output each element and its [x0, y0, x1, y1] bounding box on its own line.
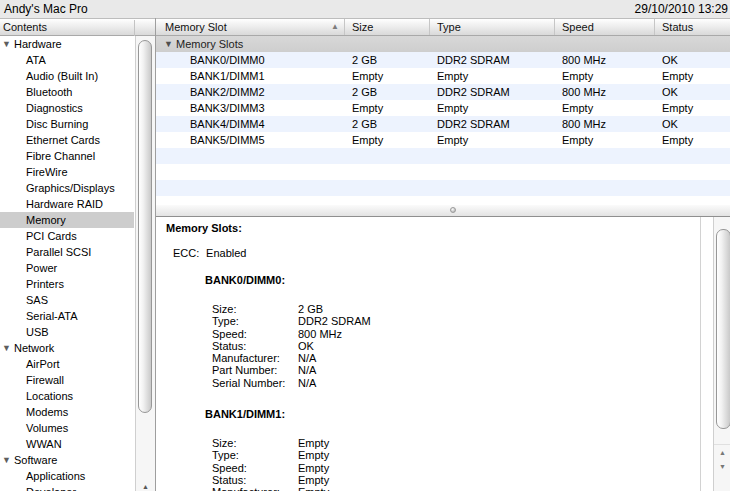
detail-field-label: Type:	[212, 315, 298, 327]
sidebar-item-locations[interactable]: Locations	[0, 388, 134, 404]
table-cell: Empty	[655, 68, 730, 84]
sidebar-item-fibre-channel[interactable]: Fibre Channel	[0, 148, 134, 164]
sidebar-item-applications[interactable]: Applications	[0, 468, 134, 484]
sidebar-item-graphics-displays[interactable]: Graphics/Displays	[0, 180, 134, 196]
column-header-label: Speed	[562, 19, 594, 35]
column-header-size[interactable]: Size	[345, 19, 430, 35]
sidebar-section-hardware[interactable]: ▼Hardware	[0, 36, 134, 52]
contents-sidebar: Contents ▼HardwareATAAudio (Built In)Blu…	[0, 18, 155, 491]
column-header-type[interactable]: Type	[430, 19, 555, 35]
sidebar-item-label: Volumes	[0, 420, 134, 436]
sidebar-item-hardware-raid[interactable]: Hardware RAID	[0, 196, 134, 212]
table-cell-empty	[655, 148, 730, 164]
table-row-bank0-dimm0[interactable]: BANK0/DIMM02 GBDDR2 SDRAM800 MHzOK	[156, 52, 730, 68]
table-row-bank4-dimm4[interactable]: BANK4/DIMM42 GBDDR2 SDRAM800 MHzOK	[156, 116, 730, 132]
sidebar-item-printers[interactable]: Printers	[0, 276, 134, 292]
sidebar-item-power[interactable]: Power	[0, 260, 134, 276]
system-profiler-window: Andy's Mac Pro 29/10/2010 13:29 Contents…	[0, 0, 730, 491]
sidebar-item-pci-cards[interactable]: PCI Cards	[0, 228, 134, 244]
sidebar-item-label: Fibre Channel	[0, 148, 134, 164]
column-header-memory-slot[interactable]: Memory Slot▲	[156, 19, 345, 35]
sidebar-item-audio-built-in[interactable]: Audio (Built In)	[0, 68, 134, 84]
detail-field-label: Type:	[212, 449, 298, 461]
details-pane: Memory Slots: ECC: Enabled BANK0/DIMM0:S…	[156, 216, 730, 491]
ecc-value: Enabled	[206, 247, 246, 259]
table-cell: Empty	[655, 132, 730, 148]
sidebar-item-diagnostics[interactable]: Diagnostics	[0, 100, 134, 116]
column-header-speed[interactable]: Speed	[555, 19, 655, 35]
detail-field-label: Manufacturer:	[212, 486, 298, 491]
sidebar-item-label: Hardware RAID	[0, 196, 134, 212]
table-cell: DDR2 SDRAM	[430, 116, 555, 132]
sidebar-item-parallel-scsi[interactable]: Parallel SCSI	[0, 244, 134, 260]
detail-field-serial-number: Serial Number:N/A	[212, 377, 696, 389]
table-cell: BANK5/DIMM5	[156, 132, 345, 148]
column-header-status[interactable]: Status	[655, 19, 730, 35]
table-cell: BANK3/DIMM3	[156, 100, 345, 116]
memory-slots-group-row[interactable]: ▼Memory Slots	[156, 36, 730, 52]
disclosure-triangle-icon[interactable]: ▼	[2, 340, 13, 356]
contents-header[interactable]: Contents	[0, 18, 155, 36]
sidebar-item-firewire[interactable]: FireWire	[0, 164, 134, 180]
group-row-cell	[655, 36, 730, 52]
details-scroll-up-icon[interactable]: ▲	[714, 444, 730, 459]
details-scrollbar-thumb[interactable]	[716, 229, 730, 429]
sidebar-item-ethernet-cards[interactable]: Ethernet Cards	[0, 132, 134, 148]
bank-name: BANK1/DIMM1:	[205, 408, 696, 421]
sidebar-item-firewall[interactable]: Firewall	[0, 372, 134, 388]
disclosure-triangle-icon[interactable]: ▼	[2, 36, 13, 52]
group-row-cell	[345, 36, 430, 52]
memory-slots-table: ▼Memory SlotsBANK0/DIMM02 GBDDR2 SDRAM80…	[156, 36, 730, 223]
sidebar-scrollbar-thumb[interactable]	[138, 40, 152, 413]
computer-name: Andy's Mac Pro	[4, 2, 88, 16]
disclosure-triangle-icon[interactable]: ▼	[2, 452, 13, 468]
sidebar-item-serial-ata[interactable]: Serial-ATA	[0, 308, 134, 324]
sidebar-item-label: Diagnostics	[0, 100, 134, 116]
sidebar-item-volumes[interactable]: Volumes	[0, 420, 134, 436]
sidebar-item-label: Modems	[0, 404, 134, 420]
detail-field-value: OK	[298, 340, 314, 352]
sort-ascending-icon: ▲	[331, 19, 344, 35]
sidebar-item-sas[interactable]: SAS	[0, 292, 134, 308]
sidebar-item-label: Power	[0, 260, 134, 276]
sidebar-scrollbar[interactable]: ▲ ▼	[135, 36, 155, 491]
detail-field-value: Empty	[298, 486, 329, 491]
sidebar-item-disc-burning[interactable]: Disc Burning	[0, 116, 134, 132]
sidebar-item-bluetooth[interactable]: Bluetooth	[0, 84, 134, 100]
details-scrollbar[interactable]: ▲ ▼	[713, 217, 730, 491]
table-row-bank3-dimm3[interactable]: BANK3/DIMM3EmptyEmptyEmptyEmpty	[156, 100, 730, 116]
detail-field-size: Size:Empty	[212, 437, 696, 449]
table-cell-empty	[345, 180, 430, 196]
detail-field-value: N/A	[298, 352, 316, 364]
sidebar-section-network[interactable]: ▼Network	[0, 340, 134, 356]
sidebar-item-developer[interactable]: Developer	[0, 484, 134, 491]
table-row-bank2-dimm2[interactable]: BANK2/DIMM22 GBDDR2 SDRAM800 MHzOK	[156, 84, 730, 100]
sidebar-item-label: ATA	[0, 52, 134, 68]
table-row-bank5-dimm5[interactable]: BANK5/DIMM5EmptyEmptyEmptyEmpty	[156, 132, 730, 148]
detail-field-type: Type:Empty	[212, 449, 696, 461]
sidebar-item-label: Serial-ATA	[0, 308, 134, 324]
details-scroll-down-icon[interactable]: ▼	[714, 459, 730, 474]
sidebar-item-ata[interactable]: ATA	[0, 52, 134, 68]
sidebar-item-airport[interactable]: AirPort	[0, 356, 134, 372]
sidebar-item-wwan[interactable]: WWAN	[0, 436, 134, 452]
group-row-label: Memory Slots	[156, 36, 345, 52]
sidebar-item-memory[interactable]: Memory	[0, 212, 134, 228]
detail-field-label: Size:	[212, 303, 298, 315]
sidebar-item-label: Firewall	[0, 372, 134, 388]
splitter-handle-icon	[450, 207, 456, 213]
pane-splitter[interactable]	[156, 205, 730, 216]
table-row-bank1-dimm1[interactable]: BANK1/DIMM1EmptyEmptyEmptyEmpty	[156, 68, 730, 84]
sidebar-item-usb[interactable]: USB	[0, 324, 134, 340]
detail-field-value: Empty	[298, 437, 329, 449]
detail-field-label: Part Number:	[212, 364, 298, 376]
sidebar-item-label: Graphics/Displays	[0, 180, 134, 196]
sidebar-item-label: Audio (Built In)	[0, 68, 134, 84]
group-disclosure-triangle-icon[interactable]: ▼	[164, 36, 173, 52]
bank-name: BANK0/DIMM0:	[205, 274, 696, 287]
sidebar-section-software[interactable]: ▼Software	[0, 452, 134, 468]
table-cell: 800 MHz	[555, 84, 655, 100]
sidebar-item-modems[interactable]: Modems	[0, 404, 134, 420]
sidebar-item-label: Disc Burning	[0, 116, 134, 132]
sidebar-scroll-up-icon[interactable]: ▲	[136, 480, 155, 491]
